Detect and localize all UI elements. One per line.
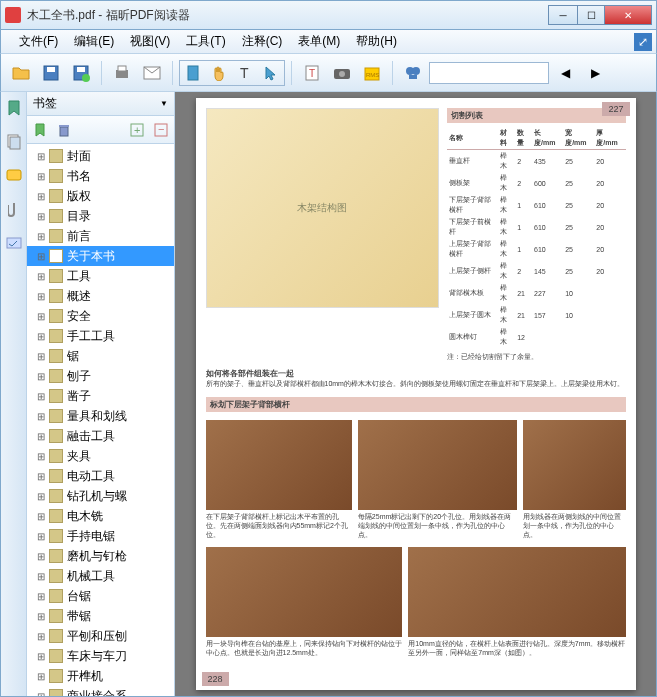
window-title: 木工全书.pdf - 福昕PDF阅读器 bbox=[27, 7, 549, 24]
hand-tool-icon[interactable] bbox=[206, 61, 232, 85]
select-text-icon[interactable]: T bbox=[232, 61, 258, 85]
svg-text:T: T bbox=[240, 65, 249, 81]
bookmark-item[interactable]: ⊞凿子 bbox=[27, 386, 174, 406]
bookmark-item[interactable]: ⊞版权 bbox=[27, 186, 174, 206]
snapshot-icon[interactable] bbox=[328, 59, 356, 87]
sidebar-header: 书签 ▼ bbox=[27, 92, 174, 116]
page-number-bottom: 228 bbox=[202, 672, 229, 686]
svg-rect-1 bbox=[47, 67, 55, 72]
collapse-bookmark-icon[interactable]: − bbox=[152, 121, 170, 139]
menu-help[interactable]: 帮助(H) bbox=[348, 31, 405, 52]
bookmark-item[interactable]: ⊞开榫机 bbox=[27, 666, 174, 686]
svg-rect-23 bbox=[60, 127, 68, 136]
add-bookmark-icon[interactable] bbox=[31, 121, 49, 139]
bookmark-item[interactable]: ⊞台锯 bbox=[27, 586, 174, 606]
bookmark-item[interactable]: ⊞钻孔机与螺 bbox=[27, 486, 174, 506]
bookmark-item[interactable]: ⊞夹具 bbox=[27, 446, 174, 466]
bookmark-item[interactable]: ⊞手持电锯 bbox=[27, 526, 174, 546]
bookmark-item[interactable]: ⊞锯 bbox=[27, 346, 174, 366]
caption-1: 在下层架子背部横杆上标记出木平布置的孔位。先在两侧端面划线器向内55mm标记2个… bbox=[206, 512, 352, 539]
svg-rect-18 bbox=[409, 75, 417, 79]
svg-text:−: − bbox=[158, 123, 164, 135]
bookmark-item[interactable]: ⊞电动工具 bbox=[27, 466, 174, 486]
photo-3 bbox=[523, 420, 626, 510]
text-tool-icon[interactable]: T bbox=[298, 59, 326, 87]
svg-text:+: + bbox=[134, 124, 140, 136]
menu-comment[interactable]: 注释(C) bbox=[234, 31, 291, 52]
bookmark-item[interactable]: ⊞关于本书 bbox=[27, 246, 174, 266]
bookmark-item[interactable]: ⊞机械工具 bbox=[27, 566, 174, 586]
bookmark-item[interactable]: ⊞商业接合系 bbox=[27, 686, 174, 696]
bookmark-item[interactable]: ⊞车床与车刀 bbox=[27, 646, 174, 666]
bookmark-item[interactable]: ⊞电木铣 bbox=[27, 506, 174, 526]
attachments-panel-icon[interactable] bbox=[4, 200, 24, 220]
caption-4: 用一块导向榫在台钻的基座上，同来保持钻向下对横杆的钻位于中心点。也就是长边向进1… bbox=[206, 639, 403, 657]
close-button[interactable]: ✕ bbox=[604, 5, 652, 25]
maximize-button[interactable]: ☐ bbox=[577, 5, 605, 25]
svg-rect-21 bbox=[7, 170, 21, 180]
titlebar: 木工全书.pdf - 福昕PDF阅读器 ─ ☐ ✕ bbox=[0, 0, 657, 30]
caption-2: 每隔25mm标记出剩下的20个孔位。用划线器在两端划线的中间位置划一条中线，作为… bbox=[358, 512, 517, 539]
photo-5 bbox=[408, 547, 625, 637]
print-icon[interactable] bbox=[108, 59, 136, 87]
section-title-2: 标划下层架子背部横杆 bbox=[206, 397, 626, 412]
section-title-1: 如何将各部件组装在一起 bbox=[206, 368, 626, 379]
bookmark-item[interactable]: ⊞量具和划线 bbox=[27, 406, 174, 426]
bookmark-item[interactable]: ⊞书名 bbox=[27, 166, 174, 186]
sidebar-dropdown-icon[interactable]: ▼ bbox=[160, 99, 168, 108]
bookmark-item[interactable]: ⊞融击工具 bbox=[27, 426, 174, 446]
toolbar: T T RMS ◀ ▶ bbox=[0, 54, 657, 92]
svg-text:T: T bbox=[309, 68, 315, 79]
svg-rect-24 bbox=[59, 125, 69, 127]
open-icon[interactable] bbox=[7, 59, 35, 87]
document-viewport[interactable]: 227 木架结构图 切割列表 名称材料数量长度/mm宽度/mm厚度/mm垂直杆榉… bbox=[175, 92, 656, 696]
bookmark-item[interactable]: ⊞手工工具 bbox=[27, 326, 174, 346]
photo-4 bbox=[206, 547, 403, 637]
menubar: 文件(F) 编辑(E) 视图(V) 工具(T) 注释(C) 表单(M) 帮助(H… bbox=[0, 30, 657, 54]
bookmark-item[interactable]: ⊞目录 bbox=[27, 206, 174, 226]
menu-view[interactable]: 视图(V) bbox=[122, 31, 178, 52]
fullscreen-button[interactable]: ⤢ bbox=[634, 33, 652, 51]
caption-5: 用10mm直径的钻，在横杆上钻表面进行钻孔。深度为7mm。移动横杆至另外一面，同… bbox=[408, 639, 625, 657]
table-note: 注：已经给切割留下了余量。 bbox=[447, 352, 625, 362]
menu-form[interactable]: 表单(M) bbox=[290, 31, 348, 52]
expand-bookmark-icon[interactable]: + bbox=[128, 121, 146, 139]
signatures-panel-icon[interactable] bbox=[4, 234, 24, 254]
email-icon[interactable] bbox=[138, 59, 166, 87]
save-icon[interactable] bbox=[37, 59, 65, 87]
menu-tools[interactable]: 工具(T) bbox=[178, 31, 233, 52]
select-arrow-icon[interactable] bbox=[258, 61, 284, 85]
menu-edit[interactable]: 编辑(E) bbox=[66, 31, 122, 52]
save-as-icon[interactable] bbox=[67, 59, 95, 87]
delete-bookmark-icon[interactable] bbox=[55, 121, 73, 139]
bookmark-item[interactable]: ⊞带锯 bbox=[27, 606, 174, 626]
sidebar-title: 书签 bbox=[33, 95, 158, 112]
cut-list-table: 名称材料数量长度/mm宽度/mm厚度/mm垂直杆榉木24352520侧板架榉木2… bbox=[447, 127, 625, 348]
bookmark-panel-icon[interactable] bbox=[4, 98, 24, 118]
bookmark-item[interactable]: ⊞概述 bbox=[27, 286, 174, 306]
app-icon bbox=[5, 7, 21, 23]
main-area: 书签 ▼ + − ⊞封面⊞书名⊞版权⊞目录⊞前言⊞关于本书⊞工具⊞概述⊞安全⊞手… bbox=[0, 92, 657, 697]
search-prev-icon[interactable]: ◀ bbox=[551, 59, 579, 87]
bookmark-item[interactable]: ⊞封面 bbox=[27, 146, 174, 166]
bookmark-item[interactable]: ⊞平刨和压刨 bbox=[27, 626, 174, 646]
menu-file[interactable]: 文件(F) bbox=[11, 31, 66, 52]
bookmark-item[interactable]: ⊞安全 bbox=[27, 306, 174, 326]
svg-rect-6 bbox=[118, 66, 126, 71]
rms-icon[interactable]: RMS bbox=[358, 59, 386, 87]
pages-panel-icon[interactable] bbox=[4, 132, 24, 152]
svg-rect-22 bbox=[7, 238, 21, 248]
search-next-icon[interactable]: ▶ bbox=[581, 59, 609, 87]
left-rail bbox=[1, 92, 27, 696]
bookmark-item[interactable]: ⊞前言 bbox=[27, 226, 174, 246]
bookmark-item[interactable]: ⊞工具 bbox=[27, 266, 174, 286]
find-icon[interactable] bbox=[399, 59, 427, 87]
minimize-button[interactable]: ─ bbox=[548, 5, 578, 25]
bookmark-tree[interactable]: ⊞封面⊞书名⊞版权⊞目录⊞前言⊞关于本书⊞工具⊞概述⊞安全⊞手工工具⊞锯⊞刨子⊞… bbox=[27, 144, 174, 696]
comments-panel-icon[interactable] bbox=[4, 166, 24, 186]
bookmark-item[interactable]: ⊞刨子 bbox=[27, 366, 174, 386]
single-page-icon[interactable] bbox=[180, 61, 206, 85]
svg-rect-8 bbox=[188, 66, 198, 80]
bookmark-item[interactable]: ⊞磨机与钉枪 bbox=[27, 546, 174, 566]
search-input[interactable] bbox=[429, 62, 549, 84]
